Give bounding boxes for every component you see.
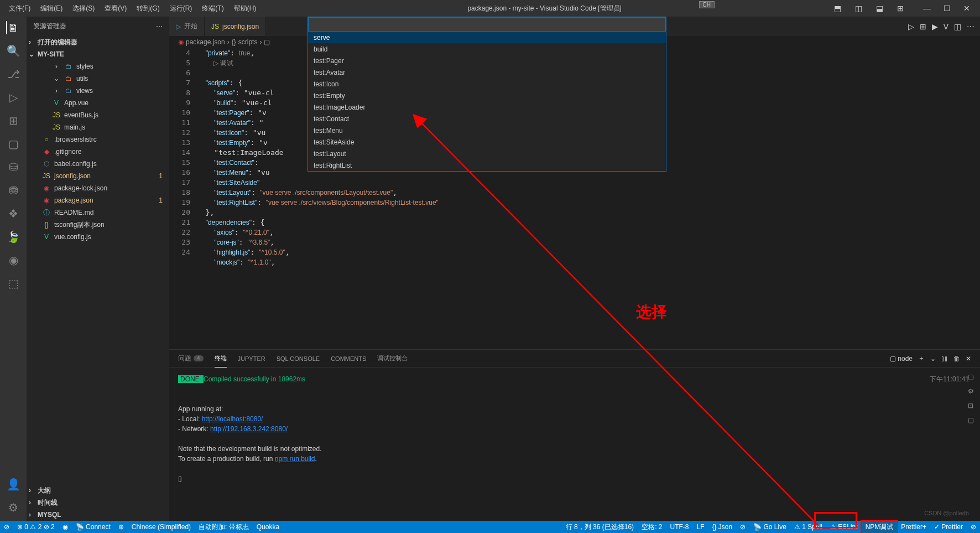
- panel-tab-debug[interactable]: 调试控制台: [377, 350, 408, 368]
- project-icon[interactable]: ⬚: [7, 277, 20, 290]
- status-item[interactable]: ✓ Prettier: [930, 521, 967, 533]
- picker-option[interactable]: test:Contact: [308, 113, 666, 125]
- status-item[interactable]: Chinese (Simplified): [128, 521, 195, 533]
- source-control-icon[interactable]: ⎇: [7, 68, 20, 81]
- side-icon[interactable]: ⊡: [968, 401, 977, 411]
- command-input[interactable]: [308, 17, 666, 32]
- menu-edit[interactable]: 编辑(E): [36, 2, 67, 15]
- menu-go[interactable]: 转到(G): [132, 2, 164, 15]
- status-item[interactable]: {} Json: [708, 521, 736, 533]
- local-url[interactable]: http://localhost:8080/: [202, 415, 263, 423]
- file-item[interactable]: ◉package-lock.json: [27, 182, 169, 194]
- menu-help[interactable]: 帮助(H): [230, 2, 261, 15]
- status-item[interactable]: LF: [692, 521, 708, 533]
- outline-section[interactable]: ›大纲: [27, 484, 169, 496]
- menu-file[interactable]: 文件(F): [4, 2, 35, 15]
- search-icon[interactable]: 🔍: [7, 44, 20, 58]
- side-icon[interactable]: ⚙: [968, 386, 977, 396]
- terminal-selector[interactable]: ▢ node: [890, 355, 913, 363]
- account-icon[interactable]: 👤: [7, 478, 20, 491]
- explorer-icon[interactable]: 🗎: [6, 21, 19, 34]
- trash-icon[interactable]: 🗑: [953, 355, 960, 363]
- file-item[interactable]: {}tsconfig副本.json: [27, 219, 169, 231]
- status-item[interactable]: 空格: 2: [638, 521, 666, 533]
- remote-icon[interactable]: ▢: [7, 137, 20, 151]
- tab-welcome[interactable]: ▷开始: [169, 17, 205, 36]
- status-item[interactable]: ⊘: [967, 521, 980, 533]
- side-icon[interactable]: ▢: [968, 415, 977, 425]
- folder-item[interactable]: ⌄🗀utils: [27, 73, 169, 85]
- panel-tab-jupyter[interactable]: JUPYTER: [238, 350, 265, 368]
- timeline-section[interactable]: ›时间线: [27, 496, 169, 509]
- picker-option[interactable]: build: [308, 43, 666, 55]
- side-icon[interactable]: ▢: [968, 372, 977, 382]
- tab-jsconfig[interactable]: JSjsconfig.json: [205, 17, 266, 36]
- status-item[interactable]: ⊘: [736, 521, 749, 533]
- more-icon[interactable]: ⋯: [156, 23, 163, 30]
- file-item[interactable]: ◉package.json1: [27, 194, 169, 206]
- menu-run[interactable]: 运行(R): [165, 2, 197, 15]
- picker-option[interactable]: test:SiteAside: [308, 136, 666, 148]
- picker-option[interactable]: test:Empty: [308, 90, 666, 101]
- edge-icon[interactable]: ◉: [7, 253, 20, 267]
- grid-icon[interactable]: ⊞: [920, 22, 926, 31]
- folder-item[interactable]: ›🗀styles: [27, 60, 169, 73]
- terminal-output[interactable]: ▢ ⚙ ⊡ ▢ 下午11:01:41 DONE Compiled success…: [169, 368, 980, 521]
- file-item[interactable]: Vvue.config.js: [27, 231, 169, 243]
- split-icon[interactable]: ◫: [954, 22, 961, 31]
- status-item[interactable]: 行 8，列 36 (已选择16): [562, 521, 638, 533]
- picker-option[interactable]: test:Menu: [308, 125, 666, 136]
- file-item[interactable]: ⬡babel.config.js: [27, 158, 169, 170]
- more-icon[interactable]: ⋯: [967, 22, 974, 31]
- v-icon[interactable]: V: [943, 22, 948, 31]
- network-url[interactable]: http://192.168.3.242:8080/: [210, 425, 288, 433]
- panel-tab-terminal[interactable]: 终端: [215, 350, 227, 368]
- status-item[interactable]: Quokka: [253, 521, 283, 533]
- stack-icon[interactable]: ❖: [7, 207, 20, 220]
- menu-selection[interactable]: 选择(S): [68, 2, 99, 15]
- layout-icon[interactable]: ⬓: [870, 4, 888, 13]
- file-item[interactable]: ◆.gitignore: [27, 146, 169, 158]
- run2-icon[interactable]: ▶: [932, 22, 938, 31]
- file-item[interactable]: JSmain.js: [27, 121, 169, 133]
- mongo-icon[interactable]: 🍃: [7, 230, 20, 244]
- picker-option[interactable]: test:Pager: [308, 55, 666, 66]
- run-icon[interactable]: ▷: [908, 22, 914, 31]
- file-item[interactable]: ⓘREADME.md: [27, 206, 169, 219]
- picker-option[interactable]: test:RightList: [308, 159, 666, 171]
- database2-icon[interactable]: ⛃: [7, 184, 20, 197]
- status-item[interactable]: 📡 Connect: [72, 521, 114, 533]
- new-terminal-icon[interactable]: ＋: [918, 354, 925, 363]
- maximize-button[interactable]: ☐: [938, 4, 956, 13]
- panel-tab-problems[interactable]: 问题4: [178, 350, 204, 368]
- project-section[interactable]: ⌄ MY-SITE: [27, 48, 169, 60]
- panel-tab-sql[interactable]: SQL CONSOLE: [277, 350, 320, 368]
- status-item[interactable]: 自动附加: 带标志: [195, 521, 253, 533]
- file-item[interactable]: VApp.vue: [27, 97, 169, 109]
- split-terminal-icon[interactable]: ⫿⫿: [941, 355, 948, 363]
- close-panel-icon[interactable]: ✕: [966, 355, 971, 363]
- file-item[interactable]: ○.browserslistrc: [27, 133, 169, 146]
- settings-icon[interactable]: ⚙: [7, 501, 20, 514]
- picker-option[interactable]: test:Layout: [308, 148, 666, 159]
- run-debug-icon[interactable]: ▷: [7, 91, 20, 104]
- open-editors-section[interactable]: › 打开的编辑器: [27, 36, 169, 48]
- extensions-icon[interactable]: ⊞: [7, 114, 20, 127]
- mysql-section[interactable]: ›MYSQL: [27, 509, 169, 521]
- picker-option[interactable]: test:Icon: [308, 78, 666, 90]
- minimize-button[interactable]: —: [918, 4, 936, 13]
- close-button[interactable]: ✕: [958, 4, 976, 13]
- layout-icon[interactable]: ◫: [849, 4, 867, 13]
- status-item[interactable]: NPM调试: [862, 521, 898, 533]
- status-item[interactable]: ⊗ 0 ⚠ 2 ⊘ 2: [13, 521, 59, 533]
- status-item[interactable]: UTF-8: [666, 521, 692, 533]
- file-item[interactable]: JSjsconfig.json1: [27, 170, 169, 182]
- layout-icon[interactable]: ⊞: [892, 4, 909, 13]
- status-item[interactable]: Prettier+: [897, 521, 930, 533]
- picker-option[interactable]: test:ImageLoader: [308, 101, 666, 113]
- picker-option[interactable]: test:Avatar: [308, 66, 666, 78]
- layout-icon[interactable]: ⬒: [828, 4, 846, 13]
- database-icon[interactable]: ⛁: [7, 161, 20, 174]
- status-item[interactable]: ◉: [59, 521, 72, 533]
- file-item[interactable]: JSeventBus.js: [27, 109, 169, 121]
